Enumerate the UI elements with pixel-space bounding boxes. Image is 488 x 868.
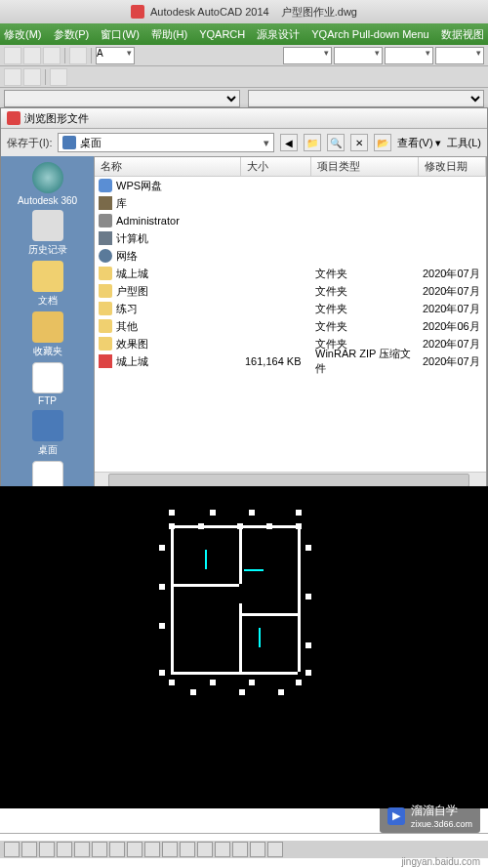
file-name: 城上城 — [116, 354, 148, 369]
tool-open-icon[interactable] — [23, 47, 41, 64]
file-row[interactable]: 网络 — [95, 247, 486, 265]
menu-help[interactable]: 帮助(H) — [151, 27, 187, 42]
status-btn-icon[interactable] — [57, 842, 72, 857]
status-btn-icon[interactable] — [21, 842, 37, 857]
drawing-canvas[interactable] — [0, 486, 488, 808]
file-list-area: 名称 大小 项目类型 修改日期 WPS网盘 库 Administrator 计算… — [94, 156, 487, 488]
separator — [45, 69, 46, 85]
file-row[interactable]: 城上城 文件夹 2020年07月 — [95, 265, 486, 282]
place-docs[interactable]: 文档 — [14, 261, 82, 308]
location-combo[interactable]: 桌面 — [58, 133, 273, 152]
file-date: 2020年07月 — [419, 354, 486, 369]
file-name: 城上城 — [116, 267, 148, 281]
file-row[interactable]: WPS网盘 — [95, 177, 486, 194]
col-size[interactable]: 大小 — [241, 157, 311, 176]
delete-icon[interactable]: ✕ — [350, 134, 368, 151]
place-ftp[interactable]: FTP — [14, 362, 82, 406]
status-btn-icon[interactable] — [232, 842, 248, 857]
status-btn-icon[interactable] — [92, 842, 107, 857]
tool-print-icon[interactable] — [69, 47, 87, 64]
file-list-header: 名称 大小 项目类型 修改日期 — [95, 157, 486, 177]
font-combo[interactable]: A — [96, 47, 135, 64]
file-row[interactable]: 城上城 161,164 KB WinRAR ZIP 压缩文件 2020年07月 — [95, 352, 486, 370]
watermark: ▶ 溜溜自学 zixue.3d66.com — [380, 799, 480, 833]
file-row[interactable]: 效果图 文件夹 2020年07月 — [95, 335, 486, 352]
place-favorites[interactable]: 收藏夹 — [14, 311, 82, 358]
file-name: 练习 — [116, 302, 138, 316]
menu-dataview[interactable]: 数据视图 — [441, 27, 484, 42]
status-btn-icon[interactable] — [4, 842, 20, 857]
file-row[interactable]: Administrator — [95, 212, 486, 229]
file-date: 2020年06月 — [419, 319, 486, 334]
file-type: 文件夹 — [311, 319, 419, 334]
file-type: 文件夹 — [311, 302, 419, 316]
tool-icon[interactable] — [50, 68, 67, 86]
file-icon — [99, 302, 112, 315]
tools-menu[interactable]: 工具(L) — [447, 136, 481, 150]
file-row[interactable]: 计算机 — [95, 229, 486, 247]
file-row[interactable]: 户型图 文件夹 2020年07月 — [95, 282, 486, 300]
file-row[interactable]: 其他 文件夹 2020年06月 — [95, 317, 486, 335]
combo-right4[interactable] — [435, 47, 484, 64]
file-list: WPS网盘 库 Administrator 计算机 网络 城上城 文件夹 202… — [95, 177, 486, 472]
status-btn-icon[interactable] — [74, 842, 90, 857]
file-icon — [99, 231, 112, 245]
tool-save-icon[interactable] — [43, 47, 61, 64]
file-row[interactable]: 练习 文件夹 2020年07月 — [95, 300, 486, 317]
scrollbar-horizontal[interactable] — [95, 472, 486, 487]
status-btn-icon[interactable] — [215, 842, 230, 857]
tool-icon[interactable] — [23, 68, 41, 86]
status-btn-icon[interactable] — [109, 842, 125, 857]
search-icon[interactable]: 🔍 — [327, 134, 345, 151]
combo-right2[interactable] — [334, 47, 383, 64]
file-name: WPS网盘 — [116, 179, 162, 193]
place-desktop[interactable]: 桌面 — [14, 410, 82, 457]
combo-right3[interactable] — [385, 47, 433, 64]
status-btn-icon[interactable] — [197, 842, 213, 857]
separator — [64, 48, 65, 63]
title-bar: Autodesk AutoCAD 2014 户型图作业.dwg — [0, 0, 488, 23]
menu-window[interactable]: 窗口(W) — [101, 27, 140, 42]
file-icon — [99, 284, 112, 298]
status-btn-icon[interactable] — [180, 842, 195, 857]
file-icon — [99, 179, 112, 192]
layer-combo[interactable] — [4, 90, 240, 107]
col-type[interactable]: 项目类型 — [311, 157, 419, 176]
status-btn-icon[interactable] — [144, 842, 160, 857]
dialog-icon — [7, 111, 20, 125]
layer-combo-2[interactable] — [248, 90, 484, 107]
col-date[interactable]: 修改日期 — [419, 157, 486, 176]
menu-param[interactable]: 参数(P) — [54, 27, 90, 42]
file-row[interactable]: 库 — [95, 194, 486, 212]
menu-modify[interactable]: 修改(M) — [4, 27, 42, 42]
tool-icon[interactable] — [4, 68, 21, 86]
menu-yuanquan[interactable]: 源泉设计 — [257, 27, 300, 42]
menu-yqpulldown[interactable]: YQArch Pull-down Menu — [311, 28, 428, 40]
view-menu[interactable]: 查看(V) ▾ — [397, 136, 441, 150]
up-icon[interactable]: 📁 — [304, 134, 321, 151]
place-autodesk360[interactable]: Autodesk 360 — [14, 162, 82, 206]
status-btn-icon[interactable] — [162, 842, 178, 857]
watermark-brand: 溜溜自学 — [411, 803, 472, 819]
combo-right1[interactable] — [283, 47, 332, 64]
bottom-border — [0, 833, 488, 841]
menu-yqarch[interactable]: YQARCH — [199, 28, 245, 40]
file-date: 2020年07月 — [419, 267, 486, 281]
scroll-thumb[interactable] — [108, 474, 469, 487]
status-btn-icon[interactable] — [127, 842, 142, 857]
status-btn-icon[interactable] — [267, 842, 283, 857]
status-btn-icon[interactable] — [39, 842, 55, 857]
watermark-url: zixue.3d66.com — [411, 819, 472, 829]
back-icon[interactable]: ◀ — [280, 134, 298, 151]
status-btn-icon[interactable] — [250, 842, 265, 857]
tool-new-icon[interactable] — [4, 47, 21, 64]
file-type: WinRAR ZIP 压缩文件 — [311, 347, 419, 376]
file-name: 库 — [116, 196, 127, 211]
col-name[interactable]: 名称 — [95, 157, 241, 176]
dialog-toolbar: 保存于(I): 桌面 ◀ 📁 🔍 ✕ 📂 查看(V) ▾ 工具(L) — [1, 129, 487, 156]
newfolder-icon[interactable]: 📂 — [374, 134, 391, 151]
dialog-body: Autodesk 360 历史记录 文档 收藏夹 FTP 桌面 名称 大小 项目… — [1, 156, 487, 488]
toolbar-2 — [0, 66, 488, 88]
place-history[interactable]: 历史记录 — [14, 210, 82, 257]
file-name: 计算机 — [116, 231, 148, 246]
